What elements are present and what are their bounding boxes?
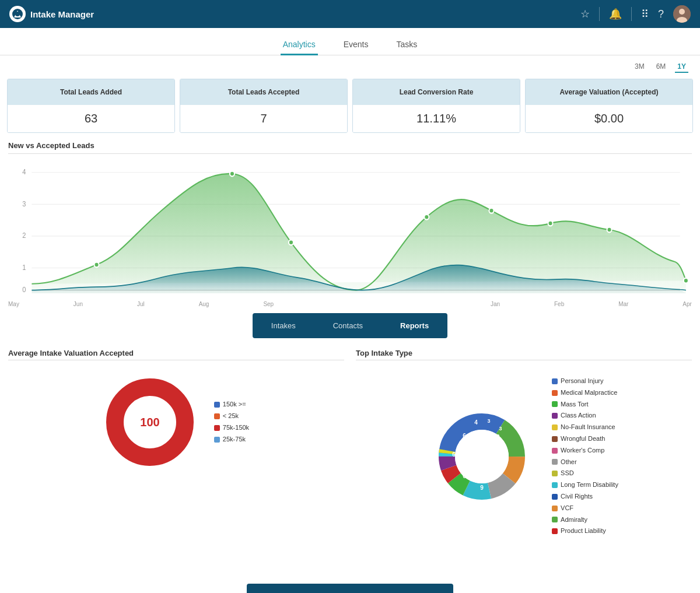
- svg-point-18: [289, 240, 293, 245]
- tab-analytics[interactable]: Analytics: [281, 35, 318, 55]
- stat-card-avg-valuation: Average Valuation (Accepted) $0.00: [525, 79, 693, 133]
- top-intake-title: Top Intake Type: [356, 344, 692, 360]
- legend-label-75k150k: 75k-150k: [223, 422, 249, 434]
- legend-label-pl: Product Liability: [561, 525, 606, 537]
- svg-text:0: 0: [22, 286, 26, 293]
- legend-label-ltd: Long Term Disability: [561, 479, 618, 491]
- legend-label-adm: Admiralty: [561, 514, 587, 526]
- header-actions: ☆ 🔔 ⠿ ?: [580, 5, 691, 23]
- help-icon[interactable]: ?: [658, 8, 664, 20]
- legend-dot-ltd: [552, 482, 558, 488]
- legend-label-25k: < 25k: [223, 410, 239, 422]
- svg-text:1: 1: [22, 264, 26, 271]
- chart-divider: [8, 153, 692, 154]
- bottom-nav-contacts-2[interactable]: Contacts: [313, 584, 385, 593]
- legend-workers-comp: Worker's Comp: [552, 445, 618, 457]
- avg-valuation-donut: 100 150k >= < 25k 75k-150k 25k-75k: [8, 370, 344, 475]
- svg-text:3: 3: [488, 418, 491, 424]
- legend-dot-ca: [552, 413, 558, 419]
- stat-label-avg-valuation: Average Valuation (Accepted): [526, 79, 692, 105]
- stat-value-leads-added: 63: [8, 105, 174, 132]
- x-label-jun: Jun: [74, 301, 83, 307]
- legend-dot-adm: [552, 517, 558, 522]
- legend-dot-75k150k: [214, 425, 220, 431]
- svg-text:4: 4: [474, 419, 478, 426]
- x-label-aug: Aug: [199, 301, 209, 307]
- legend-label-wc: Worker's Comp: [561, 445, 604, 457]
- top-intake-divider: [356, 360, 692, 360]
- stats-row: Total Leads Added 63 Total Leads Accepte…: [7, 79, 693, 133]
- stat-label-leads-accepted: Total Leads Accepted: [180, 79, 347, 105]
- star-icon[interactable]: ☆: [580, 8, 590, 20]
- legend-label-nf: No-Fault Insurance: [561, 422, 615, 433]
- time-3m[interactable]: 3M: [632, 61, 647, 73]
- legend-dot-other: [552, 459, 558, 465]
- svg-point-4: [679, 9, 685, 15]
- svg-point-2: [15, 12, 20, 16]
- legend-class-action: Class Action: [552, 410, 618, 422]
- legend-label-150k: 150k >=: [223, 399, 246, 410]
- legend-label-other: Other: [561, 457, 577, 468]
- stat-value-leads-accepted: 7: [180, 105, 347, 132]
- legend-dot-pl: [552, 528, 558, 534]
- svg-text:6: 6: [463, 433, 466, 439]
- avg-valuation-section: Average Intake Valuation Accepted 100 15…: [8, 344, 344, 543]
- time-6m[interactable]: 6M: [654, 61, 668, 73]
- bell-icon[interactable]: 🔔: [609, 8, 622, 20]
- tab-events[interactable]: Events: [341, 35, 371, 55]
- area-chart: 4 3 2 1 0: [0, 160, 700, 300]
- legend-dot-vcf: [552, 506, 558, 511]
- time-range-selector: 3M 6M 1Y: [0, 55, 700, 79]
- valuation-legend: 150k >= < 25k 75k-150k 25k-75k: [214, 399, 249, 445]
- stat-card-leads-added: Total Leads Added 63: [7, 79, 175, 133]
- header: Intake Manager ☆ 🔔 ⠿ ?: [0, 0, 700, 28]
- legend-dot-wc: [552, 448, 558, 454]
- top-intake-donut: 19 9 6 6 6 4 3 3 Personal Injury Medical…: [356, 370, 692, 543]
- avatar[interactable]: [673, 5, 691, 23]
- legend-label-pi: Personal Injury: [561, 376, 603, 387]
- legend-dot-wd: [552, 436, 558, 442]
- legend-dot-25k75k: [214, 437, 220, 443]
- legend-label-25k75k: 25k-75k: [223, 434, 246, 445]
- svg-text:3: 3: [499, 426, 502, 431]
- stat-value-conversion-rate: 11.11%: [353, 105, 520, 132]
- main-nav: Analytics Events Tasks: [0, 28, 700, 55]
- avg-valuation-divider: [8, 360, 344, 360]
- chart-x-labels: May Jun Jul Aug Sep Jan Feb Mar Apr: [0, 300, 700, 307]
- intake-legend: Personal Injury Medical Malpractice Mass…: [552, 376, 618, 537]
- legend-label-mt: Mass Tort: [561, 399, 588, 410]
- svg-text:2: 2: [22, 232, 26, 239]
- legend-label-vcf: VCF: [561, 503, 573, 514]
- svg-point-16: [94, 262, 99, 268]
- svg-point-19: [424, 215, 429, 220]
- header-divider: [599, 7, 600, 21]
- grid-icon[interactable]: ⠿: [641, 8, 649, 20]
- header-divider2: [631, 7, 632, 21]
- legend-other: Other: [552, 457, 618, 468]
- area-chart-svg: 4 3 2 1 0: [8, 160, 692, 300]
- legend-dot-pi: [552, 378, 558, 384]
- bottom-nav-reports-2[interactable]: Reports: [385, 584, 454, 593]
- svg-point-17: [230, 171, 235, 177]
- legend-25k: < 25k: [214, 410, 249, 422]
- bottom-nav-intakes-2[interactable]: Intakes: [247, 584, 313, 593]
- bottom-nav-reports-1[interactable]: Reports: [382, 313, 447, 338]
- time-1y[interactable]: 1Y: [675, 61, 688, 73]
- legend-dot-ssd: [552, 471, 558, 476]
- x-label-feb: Feb: [554, 301, 564, 307]
- legend-25k-75k: 25k-75k: [214, 434, 249, 445]
- bottom-nav-contacts-1[interactable]: Contacts: [314, 313, 382, 338]
- svg-text:9: 9: [480, 485, 484, 491]
- bottom-nav-intakes-1[interactable]: Intakes: [253, 313, 314, 338]
- legend-product-liability: Product Liability: [552, 525, 618, 537]
- legend-vcf: VCF: [552, 503, 618, 514]
- stat-value-avg-valuation: $0.00: [526, 105, 692, 132]
- svg-text:3: 3: [22, 200, 26, 207]
- legend-label-wd: Wrongful Death: [561, 433, 605, 445]
- legend-civil-rights: Civil Rights: [552, 491, 618, 503]
- legend-label-ca: Class Action: [561, 410, 596, 422]
- lower-charts: Average Intake Valuation Accepted 100 15…: [0, 344, 700, 543]
- legend-label-ssd: SSD: [561, 468, 574, 479]
- tab-tasks[interactable]: Tasks: [394, 35, 420, 55]
- legend-wrongful-death: Wrongful Death: [552, 433, 618, 445]
